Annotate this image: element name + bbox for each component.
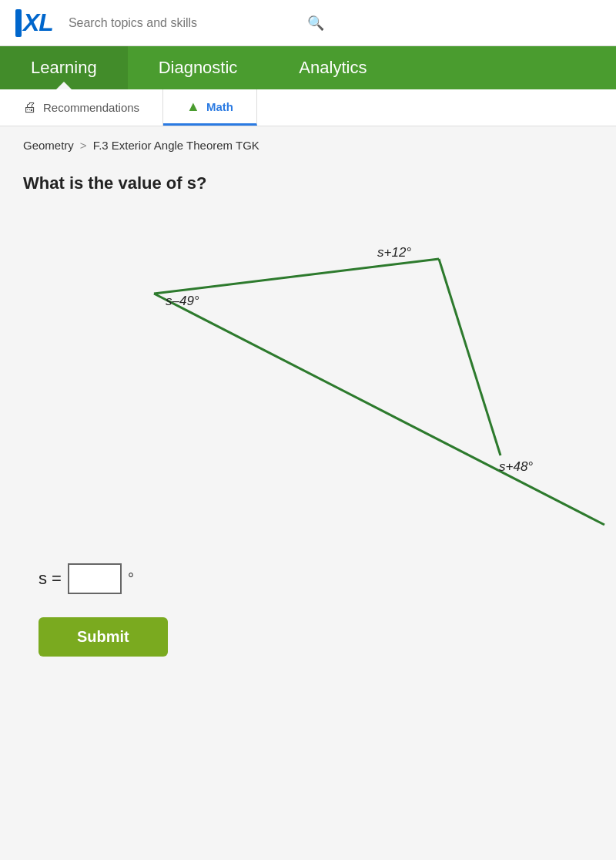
search-container: 🔍: [69, 15, 601, 32]
angle-top-right-label: s+12°: [377, 245, 411, 260]
triangle-diagram: s–49° s+12° s+48°: [23, 217, 608, 540]
recommendations-icon: 🖨: [23, 99, 37, 116]
search-input[interactable]: [69, 16, 300, 30]
question-text: What is the value of s?: [23, 173, 593, 193]
search-icon: 🔍: [307, 15, 324, 32]
math-icon: ▲: [186, 99, 200, 115]
answer-input[interactable]: [68, 563, 122, 594]
sub-nav-recommendations[interactable]: 🖨 Recommendations: [0, 89, 163, 126]
nav-item-diagnostic[interactable]: Diagnostic: [128, 46, 269, 89]
logo-text: XL: [23, 8, 53, 37]
logo[interactable]: XL: [15, 8, 53, 37]
sub-nav-math[interactable]: ▲ Math: [163, 89, 257, 126]
nav-item-analytics[interactable]: Analytics: [268, 46, 397, 89]
svg-line-1: [439, 259, 500, 455]
header: XL 🔍: [0, 0, 616, 46]
logo-bar: [15, 9, 22, 37]
answer-area: s = °: [23, 563, 593, 594]
degree-symbol: °: [128, 570, 134, 588]
breadcrumb-parent[interactable]: Geometry: [23, 139, 74, 152]
content: What is the value of s?: [0, 158, 616, 687]
nav-item-learning[interactable]: Learning: [0, 46, 128, 89]
nav-bar: Learning Diagnostic Analytics: [0, 46, 616, 89]
breadcrumb-separator: >: [80, 139, 87, 152]
angle-top-left-label: s–49°: [166, 294, 199, 308]
breadcrumb: Geometry > F.3 Exterior Angle Theorem TG…: [0, 126, 616, 158]
svg-line-0: [154, 259, 439, 294]
breadcrumb-current: F.3 Exterior Angle Theorem TGK: [93, 139, 259, 152]
submit-button[interactable]: Submit: [38, 617, 168, 657]
diagram-container: s–49° s+12° s+48°: [23, 217, 593, 540]
answer-label: s =: [38, 569, 62, 589]
sub-nav: 🖨 Recommendations ▲ Math: [0, 89, 616, 126]
svg-line-2: [154, 294, 604, 525]
angle-bottom-right-label: s+48°: [499, 459, 533, 474]
